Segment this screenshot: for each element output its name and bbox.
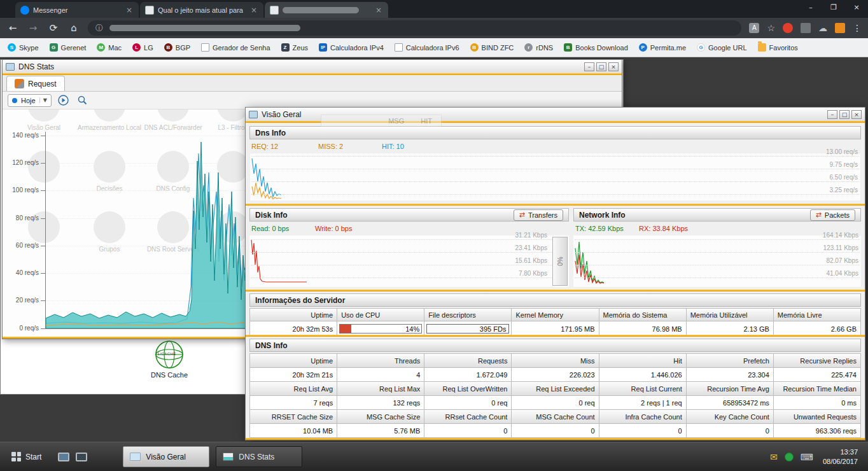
visao-geral-window-icon [249,111,258,118]
browser-navbar: ← → ⟳ ⌂ ⓘ A ☆ ☁ ⋮ [0,18,868,38]
green-status-tray-icon[interactable] [785,453,794,461]
bookmark-bgp[interactable]: BBGP [164,43,190,52]
reload-icon[interactable]: ⟳ [47,22,60,34]
cell-value: 0 [687,424,774,438]
transfer-arrows-icon: ⇄ [816,211,822,219]
adblocker-extension-icon[interactable] [783,23,793,33]
col-header: Miss [512,354,599,368]
period-selector[interactable]: Hoje ▼ [8,94,52,107]
col-header: Infra Cache Count [599,410,687,424]
bookmark-calculadora-ipv4[interactable]: IPCalculadora IPv4 [319,43,384,52]
messenger-favicon [20,6,29,15]
quick-launch-screens-icon[interactable] [76,453,87,461]
taskbar-button-visao-geral[interactable]: Visão Geral [123,446,209,467]
pdf-extension-icon[interactable] [801,23,811,33]
bookmark-skype[interactable]: SSkype [8,43,39,52]
browser-tab-3-active[interactable]: × [265,2,388,18]
bookmark-gerenet[interactable]: GGerenet [50,43,87,52]
bookmark-favoritos-folder[interactable]: Favoritos [758,43,798,52]
bookmark-zeus[interactable]: ZZeus [281,43,308,52]
maximize-icon[interactable]: □ [596,62,606,71]
forward-icon[interactable]: → [27,22,39,34]
start-button[interactable]: Start [6,442,46,471]
visao-geral-titlebar[interactable]: Visão Geral – □ × [246,108,865,121]
transfers-button[interactable]: ⇄ Transfers [514,209,563,221]
server-info-section: Informações do Servidor Uptime Uso de CP… [246,292,865,335]
col-header: Uptime [250,354,337,368]
zoom-button[interactable] [76,94,90,108]
bgp-favicon: B [164,43,172,52]
start-icon [11,452,21,461]
bookmark-google-url[interactable]: GGoogle URL [697,43,747,52]
cell-value: 0 req [424,396,512,410]
col-header: File descriptors [424,309,512,321]
close-icon[interactable]: × [851,110,862,119]
bookmark-bind-zfc[interactable]: BBIND ZFC [470,43,514,52]
zeus-favicon: Z [281,43,290,52]
period-bullet-icon [12,98,17,103]
back-icon[interactable]: ← [6,22,19,34]
col-header: Recursive Replies [774,354,861,368]
close-icon[interactable]: × [608,62,619,71]
tab-close-icon[interactable]: × [249,6,258,15]
window-minimize-icon[interactable]: – [799,0,822,17]
browser-tab-messenger[interactable]: Messenger × [15,2,139,18]
translate-icon[interactable]: A [749,23,759,33]
minimize-icon[interactable]: – [827,110,837,119]
play-icon [58,95,69,106]
tab-close-icon[interactable]: × [125,6,134,15]
col-header: Memória do Sistema [599,309,687,321]
system-tray: ✉ ⌨ 13:37 08/06/2017 [770,447,862,467]
cloud-extension-icon[interactable]: ☁ [818,23,827,33]
req-stat: REQ: 12 [251,143,318,150]
col-header: Req List Current [599,382,687,396]
cpu-progress-fill [340,325,351,333]
packets-button[interactable]: ⇄ Packets [810,209,855,221]
window-restore-icon[interactable]: ❐ [822,0,845,17]
address-bar[interactable]: ⓘ [88,20,741,36]
cell-value: 0 [512,424,599,438]
magnifier-icon [78,95,87,105]
browser-menu-icon[interactable]: ⋮ [853,23,862,33]
page-info-icon[interactable]: ⓘ [95,23,103,34]
disk-usage-gauge: 0% [552,237,568,286]
taskbar: Start Visão Geral DNS Stats ✉ ⌨ 13:37 08… [0,442,868,471]
browser-tab-2[interactable]: Qual o jeito mais atual para × [140,2,263,18]
cell-value: 10.04 MB [250,424,337,438]
gridline: 9.75 req/s [251,169,859,169]
cell-value: 5.76 MB [337,424,424,438]
minimize-icon[interactable]: – [584,62,594,71]
col-header: Req List Avg [250,382,337,396]
dns-stats-titlebar[interactable]: DNS Stats – □ × [3,60,622,73]
col-header: Req List OverWritten [424,382,512,396]
books-favicon: B [564,43,572,52]
home-icon[interactable]: ⌂ [67,22,80,34]
taskbar-button-dns-stats[interactable]: DNS Stats [216,446,302,467]
quick-launch-monitor-icon[interactable] [58,453,69,461]
bookmark-lg[interactable]: LLG [132,43,153,52]
download-extension-icon[interactable] [835,23,845,33]
bookmark-mac[interactable]: MMac [97,43,122,52]
dns-cache-app-icon[interactable]: ::1/CACHE DNS Cache [146,340,193,379]
bookmark-books-download[interactable]: BBooks Download [564,43,628,52]
play-button[interactable] [57,94,71,108]
tab-close-icon[interactable]: × [374,6,383,15]
tab-request[interactable]: Request [6,76,65,91]
bookmark-permita-me[interactable]: PPermita.me [639,43,686,52]
cell-value: 1.446.026 [599,368,687,382]
col-header: Unwanted Requests [774,410,861,424]
clock-time: 13:37 [823,447,858,457]
disk-sparkline [251,237,308,283]
col-header: Req List Max [337,382,424,396]
bookmark-star-icon[interactable]: ☆ [767,23,775,33]
keyboard-tray-icon[interactable]: ⌨ [801,452,813,462]
maximize-icon[interactable]: □ [839,110,850,119]
google-favicon: G [697,43,705,52]
mail-tray-icon[interactable]: ✉ [770,452,778,462]
col-header: Kernel Memory [512,309,599,321]
gridline: 7.80 Kbps [251,278,568,278]
bookmark-rdns[interactable]: rrDNS [524,43,553,52]
window-close-icon[interactable]: × [845,0,868,17]
bookmark-calculadora-ipv6[interactable]: Calculadora IPv6 [395,43,459,52]
bookmark-gerador-de-senha[interactable]: Gerador de Senha [201,43,270,52]
